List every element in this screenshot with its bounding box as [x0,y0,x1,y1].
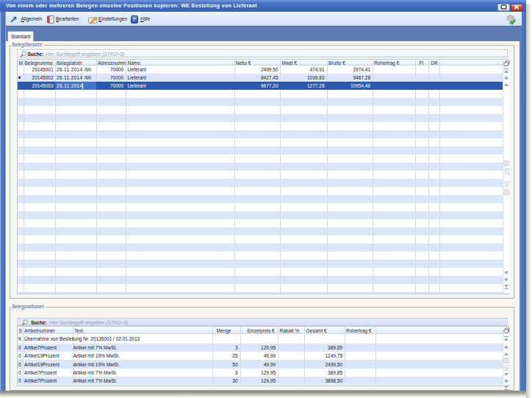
svg-text:36: 36 [504,366,510,372]
svg-text:36: 36 [504,182,510,188]
